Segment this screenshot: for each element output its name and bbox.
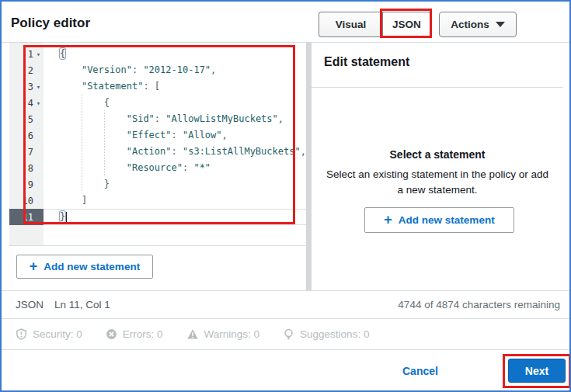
code-text: "Statement": [	[59, 78, 160, 95]
line-number: 5	[9, 111, 44, 127]
empty-state-description: Select an existing statement in the poli…	[322, 167, 552, 199]
panel-divider	[312, 87, 563, 88]
code-text: }	[59, 176, 110, 193]
code-text: "Resource": "*"	[59, 160, 211, 176]
code-text: {	[59, 46, 66, 62]
actions-menu-button[interactable]: Actions	[439, 12, 517, 37]
warning-triangle-icon	[186, 328, 199, 340]
error-findings[interactable]: Errors: 0	[106, 328, 163, 340]
line-number: 1▾	[9, 46, 44, 62]
tab-visual[interactable]: Visual	[319, 12, 382, 37]
line-number: 4▾	[9, 95, 44, 111]
chevron-down-icon	[496, 22, 505, 27]
fold-caret-icon[interactable]: ▾	[33, 50, 44, 58]
code-line[interactable]: 8 "Resource": "*"	[9, 160, 306, 176]
fold-caret-icon[interactable]: ▾	[33, 99, 44, 107]
warning-findings[interactable]: Warnings: 0	[186, 328, 260, 340]
pane-splitter[interactable]	[306, 42, 312, 290]
editor-section-divider	[9, 245, 306, 246]
validation-bar: Security: 0 Errors: 0 Warnings: 0 Sugges…	[2, 318, 569, 349]
footer-divider	[2, 349, 569, 350]
shield-exclamation-icon	[16, 328, 27, 340]
actions-label: Actions	[451, 19, 489, 30]
next-button[interactable]: Next	[508, 359, 566, 383]
code-line[interactable]: 10 ]	[9, 193, 306, 209]
json-code-editor[interactable]: 1▾ { 2 "Version": "2012-10-17", 3▾ "Stat…	[9, 43, 306, 245]
add-statement-label: Add new statement	[44, 261, 140, 272]
code-line[interactable]: 5 "Sid": "AllowListMyBuckets",	[9, 111, 306, 127]
code-text: {	[59, 95, 110, 111]
code-line[interactable]: 7 "Action": "s3:ListAllMyBuckets",	[9, 144, 306, 160]
circle-x-icon	[106, 328, 117, 340]
code-line[interactable]: 2 "Version": "2012-10-17",	[9, 62, 306, 78]
code-line-active[interactable]: 11 }	[9, 209, 306, 225]
line-number: 7	[9, 144, 44, 160]
tab-json[interactable]: JSON	[382, 12, 431, 37]
suggestion-findings[interactable]: Suggestions: 0	[283, 328, 369, 340]
line-number: 10	[9, 193, 44, 209]
plus-icon: +	[384, 213, 392, 227]
add-statement-label: Add new statement	[399, 214, 495, 226]
page-title: Policy editor	[11, 16, 90, 31]
code-line[interactable]: 9 }	[9, 176, 306, 193]
lightbulb-icon	[283, 328, 294, 340]
characters-remaining: 4744 of 4874 characters remaining	[398, 299, 560, 310]
policy-editor-window: Policy editor Visual JSON Actions 1▾ { 2…	[0, 0, 571, 392]
code-line[interactable]: 4▾ {	[9, 95, 306, 111]
line-number: 8	[9, 160, 44, 176]
cancel-button[interactable]: Cancel	[402, 365, 438, 377]
code-text: "Effect": "Allow",	[59, 127, 228, 144]
add-new-statement-button-panel[interactable]: + Add new statement	[364, 207, 514, 233]
editor-status-bar: JSON Ln 11, Col 1 4744 of 4874 character…	[2, 290, 569, 318]
line-number: 3▾	[9, 78, 44, 95]
code-line[interactable]: 6 "Effect": "Allow",	[9, 127, 306, 144]
security-findings[interactable]: Security: 0	[16, 328, 82, 340]
code-text: ]	[59, 193, 87, 209]
edit-statement-panel: Edit statement Select a statement Select…	[312, 43, 563, 290]
empty-state-title: Select a statement	[312, 148, 563, 161]
code-text: "Action": "s3:ListAllMyBuckets",	[59, 144, 306, 160]
add-new-statement-button[interactable]: + Add new statement	[16, 255, 153, 279]
line-number: 2	[9, 62, 44, 78]
line-number: 9	[9, 176, 44, 193]
fold-caret-icon[interactable]: ▾	[33, 83, 44, 91]
code-text: }	[59, 209, 67, 225]
editor-mode: JSON	[16, 299, 44, 310]
code-text: "Version": "2012-10-17",	[59, 62, 216, 78]
line-number: 11	[9, 209, 44, 225]
code-line[interactable]: 1▾ {	[9, 46, 306, 62]
cursor-position: Ln 11, Col 1	[54, 299, 110, 310]
line-number: 6	[9, 127, 44, 144]
code-line[interactable]: 3▾ "Statement": [	[9, 78, 306, 95]
code-text: "Sid": "AllowListMyBuckets",	[59, 111, 284, 127]
plus-icon: +	[30, 259, 38, 273]
panel-title: Edit statement	[324, 55, 409, 69]
